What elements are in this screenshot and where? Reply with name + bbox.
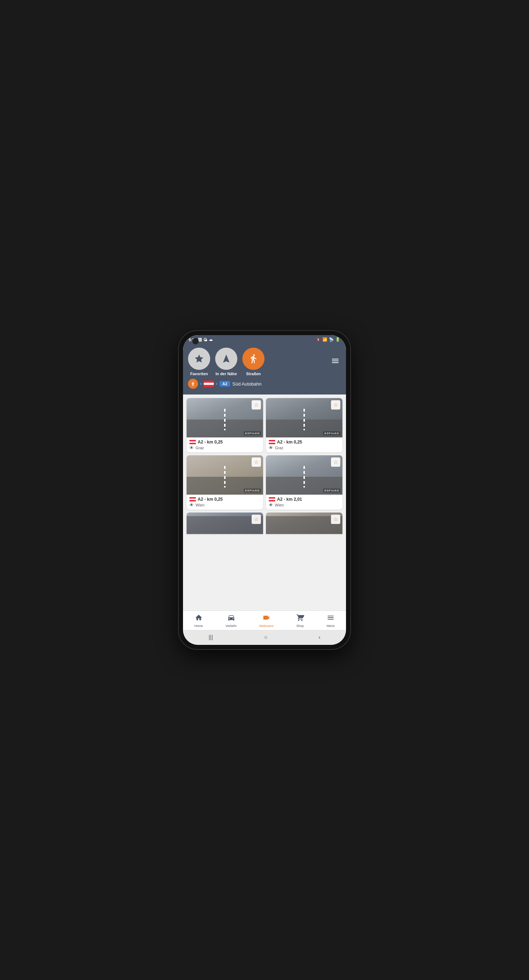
camera-card-1[interactable]: ASFinAG ☆ A2 - km 0,25 [187,398,263,452]
road-lines-2 [303,409,305,430]
camera-grid: ASFinAG ☆ A2 - km 0,25 [187,398,342,534]
star-icon [194,354,204,364]
camera-location-1: 👁 Graz [189,445,260,450]
road-lines-1 [224,409,226,430]
camera-info-2: A2 - km 0,25 👁 Graz [266,438,342,452]
nav-webcams-button[interactable]: Webcams [256,613,277,628]
weather-icon: 🌤 [203,337,207,342]
breadcrumb-arrow-1: › [200,381,202,386]
favoriten-button[interactable] [188,348,210,370]
strassen-nav[interactable]: Straßen [242,348,265,376]
camera-notch [192,338,199,344]
favorite-button-5[interactable]: ☆ [252,515,261,524]
camera-location-3: 👁 Wien [189,503,260,508]
camera-card-5-partial[interactable]: ☆ [187,512,263,534]
camera-card-3[interactable]: ASFinAG ☆ A2 - km 0,25 [187,455,263,510]
system-home-button[interactable]: ○ [257,633,275,642]
shop-icon [296,614,304,624]
mini-flag-3 [189,497,196,501]
nav-home-button[interactable]: Home [191,613,207,628]
camera-info-4: A2 - km 2,01 👁 Wien [266,495,342,510]
road-name: Süd Autobahn [232,381,262,387]
camera-card-2[interactable]: ASFinAG ☆ A2 - km 0,25 [266,398,342,452]
verkehr-label: Verkehr [226,624,237,628]
webcams-label: Webcams [259,624,273,628]
in-der-nahe-button[interactable] [215,348,237,370]
camera-image-4[interactable]: ASFinAG ☆ [266,455,342,495]
menu-label: Menü [327,624,335,628]
in-der-nahe-label: In der Nähe [216,372,237,376]
favorite-button-6[interactable]: ☆ [331,515,340,524]
strassen-button[interactable] [242,348,265,370]
breadcrumb-arrow-2: › [216,381,217,386]
camera-road-1: A2 - km 0,25 [189,439,260,445]
asfinag-watermark-1: ASFinAG [244,431,261,435]
eye-icon-4: 👁 [269,503,273,508]
eye-icon-1: 👁 [189,445,194,450]
camera-road-2: A2 - km 0,25 [269,439,340,445]
camera-road-3: A2 - km 0,25 [189,497,260,502]
favorite-button-2[interactable]: ☆ [331,400,340,409]
mini-flag-2 [269,440,275,444]
signal-icon: 📡 [329,337,334,342]
status-right: 🔇 📶 📡 🔋 [316,337,340,342]
camera-image-2[interactable]: ASFinAG ☆ [266,398,342,438]
breadcrumb: › › A2 Süd Autobahn [188,379,341,389]
camera-grid-content: ASFinAG ☆ A2 - km 0,25 [183,395,346,611]
header: Favoriten In der Nähe [183,344,346,395]
nav-shop-button[interactable]: Shop [293,613,308,628]
location-arrow-icon [221,354,231,364]
favorite-button-1[interactable]: ☆ [252,400,261,409]
bottom-nav: Home Verkehr Webcams [183,611,346,630]
austria-flag[interactable] [204,380,214,387]
nav-buttons-group: Favoriten In der Nähe [188,348,265,376]
battery-icon: 🔋 [335,337,340,342]
camera-image-1[interactable]: ASFinAG ☆ [187,398,263,438]
mini-flag-4 [269,497,275,501]
camera-card-4[interactable]: ASFinAG ☆ A2 - km 2,01 [266,455,342,510]
eye-icon-2: 👁 [269,445,273,450]
camera-image-5-partial[interactable]: ☆ [187,512,263,534]
camera-location-2: 👁 Graz [269,445,340,450]
favoriten-nav[interactable]: Favoriten [188,348,210,376]
strassen-label: Straßen [246,372,261,376]
phone-screen: 9:32 🖼 🌤 ☁ 🔇 📶 📡 🔋 [183,335,346,645]
menu-lines-icon [331,356,340,365]
cloud-icon: ☁ [209,337,213,342]
menu-button[interactable] [330,355,341,368]
mute-icon: 🔇 [316,337,321,342]
webcams-icon [262,614,270,624]
system-nav: ||| ○ ‹ [183,630,346,645]
flag-bottom [204,385,214,387]
camera-image-6-partial[interactable]: ☆ [266,512,342,534]
favoriten-label: Favoriten [190,372,208,376]
nav-menu-button[interactable]: Menü [323,613,338,628]
phone-frame: 9:32 🖼 🌤 ☁ 🔇 📶 📡 🔋 [179,331,350,649]
eye-icon-3: 👁 [189,503,194,508]
road-home-icon [191,381,195,386]
camera-image-3[interactable]: ASFinAG ☆ [187,455,263,495]
road-badge[interactable]: A2 [219,381,230,387]
nav-icons-row: Favoriten In der Nähe [188,348,341,376]
mini-flag-1 [189,440,196,444]
nav-verkehr-button[interactable]: Verkehr [222,613,240,628]
shop-label: Shop [296,624,304,628]
wifi-icon: 📶 [322,337,327,342]
camera-info-1: A2 - km 0,25 👁 Graz [187,438,263,452]
asfinag-watermark-4: ASFinAG [323,488,340,493]
system-recents-button[interactable]: ||| [201,633,220,642]
camera-road-4: A2 - km 2,01 [269,497,340,502]
favorite-button-4[interactable]: ☆ [331,457,340,467]
camera-info-3: A2 - km 0,25 👁 Wien [187,495,263,510]
favorite-button-3[interactable]: ☆ [252,457,261,467]
verkehr-icon [227,614,235,624]
menu-icon [327,614,335,624]
home-label: Home [194,624,203,628]
home-icon [195,614,203,624]
camera-card-6-partial[interactable]: ☆ [266,512,342,534]
asfinag-watermark-3: ASFinAG [244,488,261,493]
system-back-button[interactable]: ‹ [311,633,327,642]
breadcrumb-home-icon[interactable] [188,379,198,389]
in-der-nahe-nav[interactable]: In der Nähe [215,348,237,376]
camera-location-4: 👁 Wien [269,503,340,508]
